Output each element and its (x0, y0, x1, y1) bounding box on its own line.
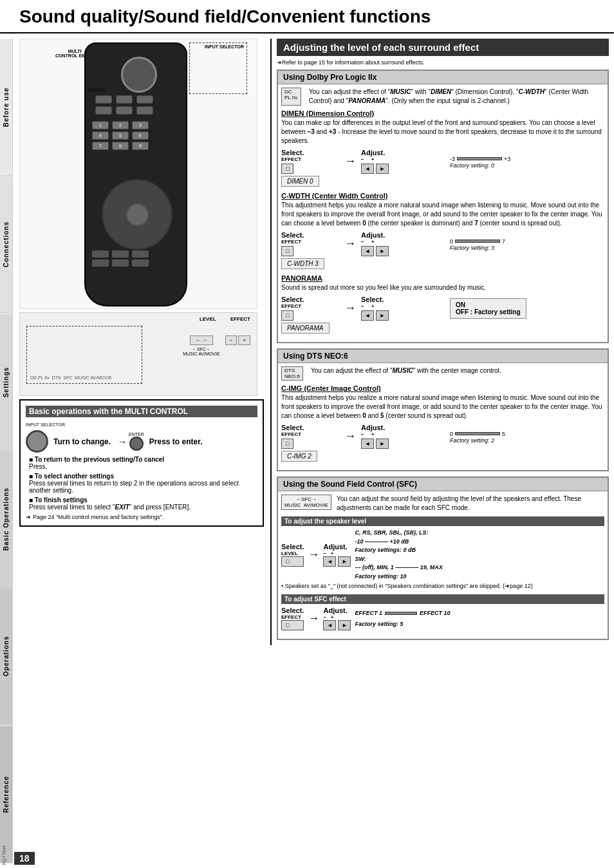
sfc-effect-range: EFFECT 1 EFFECT 10 Factory setting: 5 (355, 608, 450, 628)
cwdth-controls: Select. EFFECT □ → Adjust. − + ◄ (281, 231, 604, 256)
sidebar-item-reference: Reference (0, 726, 12, 863)
panorama-effect-btn[interactable]: □ (281, 310, 293, 321)
cwdth-effect-btn[interactable]: □ (281, 246, 293, 256)
multi-control-knob[interactable] (26, 430, 48, 453)
cimg-effect-btn[interactable]: □ (281, 439, 293, 449)
cwdth-adjust: Adjust. − + ◄ ► (361, 231, 445, 256)
dimen-select-label: Select. (281, 149, 339, 156)
dimen-track (457, 157, 502, 160)
enter-button[interactable] (129, 437, 144, 451)
press-label: Press to enter. (149, 437, 203, 446)
enter-small-label: ENTER (129, 432, 144, 437)
cimg-section: C-IMG (Center Image Control) This adjust… (281, 384, 604, 462)
panorama-description: Sound is spread out more so you feel lik… (281, 283, 604, 292)
instruction-1: To return to the previous setting/To can… (26, 456, 257, 470)
input-selector-dashed-box (189, 42, 247, 94)
dimen-plus-btn[interactable]: ► (376, 164, 389, 174)
speaker-adjust-col: Adjust. − + ◄ ► (323, 543, 351, 567)
sw-label: SW: (355, 555, 442, 564)
basic-ops-title: Basic operations with the MULTI CONTROL (26, 406, 257, 417)
sfc-adjust-col: Adjust. − + ◄ ► (323, 607, 351, 630)
spk-arrow: → (308, 548, 319, 561)
arrow-symbol: → (118, 437, 127, 447)
cwdth-section: C-WDTH (Center Width Control) This adjus… (281, 192, 604, 269)
sfc-effect-controls: Select. EFFECT □ → Adjust. − + ◄ ► (281, 607, 604, 630)
right-control-boxes: ← → ←SFC→MUSIC AV/MOVIE − + (183, 335, 250, 356)
panorama-pm-btns: ◄ ► (361, 310, 445, 321)
cimg-adjust: Adjust. − + ◄ ► (361, 424, 445, 449)
cwdth-minus-btn[interactable]: ◄ (361, 246, 374, 256)
dimen-scale: -3 +3 Factory setting: 0 (450, 155, 510, 169)
dimen-adjust: Adjust. − + ◄ ► (361, 149, 445, 174)
spk-minus-btn[interactable]: ◄ (323, 556, 336, 567)
dts-description: You can adjust the effect of "MUSIC" wit… (311, 366, 501, 381)
dimen-section: DIMEN (Dimension Control) You can make u… (281, 109, 604, 187)
sidebar: Before use Connections Settings Basic Op… (0, 39, 13, 863)
dimen-scale-min: -3 (450, 156, 455, 162)
instruction-3-action: Press several times to select "EXIT" and… (29, 504, 191, 511)
cwdth-display: C-WDTH 3 (281, 258, 324, 269)
effect-label: EFFECT (230, 316, 250, 322)
speaker-range-info: C, RS, SBR, SBL, (SB), LS: -10 ———— +10 … (355, 529, 442, 581)
dimen-minus-btn[interactable]: ◄ (361, 164, 374, 174)
effect-label-cwdth: EFFECT (281, 239, 339, 245)
cimg-minus-btn[interactable]: ◄ (361, 439, 374, 449)
dolby-header: Using Dolby Pro Logic IIx (278, 71, 608, 84)
cwdth-scale-viz: 0 7 (450, 238, 505, 245)
cimg-scale-viz: 0 5 (450, 431, 505, 437)
page-ref: Page 24 "Multi control menus and factory… (26, 514, 257, 520)
factory-sw: Factory setting: 10 (355, 572, 442, 581)
panorama-select2-label: Select. (361, 296, 445, 303)
panorama-on: ON (456, 301, 521, 308)
basic-ops-box: Basic operations with the MULTI CONTROL … (19, 399, 264, 527)
dolby-description: You can adjust the effect of "MUSIC" wit… (309, 88, 604, 106)
effect-scale-min: EFFECT 1 (355, 608, 382, 618)
factory-c: Factory settings: 0 dB (355, 546, 442, 555)
sfc-body: ←SFC→MUSIC AV/MOVIE You can adjust the s… (278, 491, 608, 639)
dts-body: DTS NEO:6 You can adjust the effect of "… (278, 363, 608, 470)
dolby-icon: DC PL IIx (281, 88, 301, 106)
cwdth-scale-max: 7 (502, 238, 505, 245)
effect-scale-max: EFFECT 10 (420, 608, 451, 618)
cwdth-scale-min: 0 (450, 238, 453, 245)
rqt-number: RQT7994 (2, 845, 6, 865)
range-c-rs: C, RS, SBR, SBL, (SB), LS: (355, 529, 442, 538)
sidebar-item-before-use: Before use (0, 39, 12, 176)
effect-label-panorama: EFFECT (281, 303, 339, 309)
instruction-2-action: Press several times to return to step 2 … (29, 480, 239, 494)
instruction-1-action: Press. (29, 463, 47, 470)
speaker-note: Speakers set as "_" (not connected) in "… (281, 583, 604, 589)
spk-level-btn[interactable]: □ (281, 556, 304, 567)
cimg-plus-btn[interactable]: ► (376, 439, 389, 449)
sidebar-item-connections: Connections (0, 176, 12, 313)
cwdth-plus-btn[interactable]: ► (376, 246, 389, 256)
sfc-plus-btn[interactable]: ► (338, 620, 351, 630)
cimg-btn-row: □ (281, 439, 339, 449)
sfc-effect-section: To adjust SFC effect Select. EFFECT □ → … (281, 594, 604, 630)
effect-label-cimg: EFFECT (281, 431, 339, 437)
cwdth-description: This adjustment helps you realize a more… (281, 201, 604, 228)
panorama-plus-btn[interactable]: ► (376, 310, 389, 321)
cimg-pm-btns: ◄ ► (361, 439, 445, 449)
panorama-minus-btn[interactable]: ◄ (361, 310, 374, 321)
bottom-dashed-box: DD PL IIx DTS SFC MUSIC AV/MOVIE (26, 326, 142, 384)
dimen-scale-viz: -3 +3 (450, 156, 510, 162)
remote-bottom-image: LEVEL EFFECT DD PL IIx DTS SFC MUSIC AV/… (19, 312, 257, 396)
cimg-scale-max: 5 (502, 431, 505, 437)
dimen-arrow: → (344, 155, 356, 168)
speaker-select-col: Select. LEVEL □ (281, 543, 304, 567)
panorama-display: PANORAMA (281, 323, 330, 334)
cwdth-factory: Factory setting: 3 (450, 245, 505, 251)
right-column: Adjusting the level of each surround eff… (270, 39, 609, 645)
sw-range: --- (off), MIN, 1 ———— 19, MAX (355, 563, 442, 572)
cimg-select-label: Select. (281, 424, 339, 431)
speaker-level-title: To adjust the speaker level (281, 516, 604, 526)
sfc-minus-btn[interactable]: ◄ (323, 620, 336, 630)
dimen-effect-btn[interactable]: □ (281, 164, 293, 174)
sfc-effect-title: To adjust SFC effect (281, 594, 604, 604)
sfc-effect-arrow: → (308, 612, 319, 625)
page-title: Sound quality/Sound field/Convenient fun… (0, 0, 614, 33)
sfc-effect-btn[interactable]: □ (281, 620, 304, 630)
spk-pm-label: − + (323, 551, 351, 556)
spk-plus-btn[interactable]: ► (338, 556, 351, 567)
